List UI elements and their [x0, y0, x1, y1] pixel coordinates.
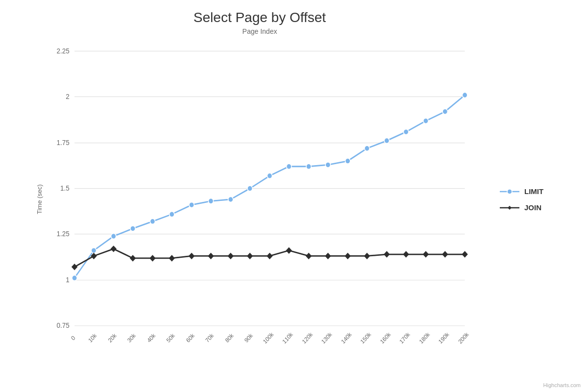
legend-join-icon: [500, 204, 519, 211]
svg-text:30k: 30k: [126, 332, 137, 344]
svg-marker-74: [423, 251, 429, 257]
svg-marker-70: [344, 253, 350, 259]
svg-text:1.25: 1.25: [57, 230, 70, 238]
svg-point-41: [189, 202, 194, 208]
chart-subtitle: Page Index: [34, 27, 583, 35]
svg-text:2: 2: [66, 92, 70, 100]
svg-text:80k: 80k: [224, 332, 235, 344]
chart-svg: .grid-line { stroke: #e0e0e0; stroke-wid…: [44, 40, 485, 359]
svg-text:130k: 130k: [320, 331, 333, 345]
legend-limit-label: LIMIT: [524, 187, 543, 196]
svg-marker-80: [508, 206, 512, 210]
chart-title: Select Page by Offset: [34, 10, 583, 25]
y-axis-label: Time (sec): [34, 40, 44, 359]
svg-marker-67: [286, 247, 292, 254]
svg-text:1: 1: [66, 276, 70, 284]
legend-limit-icon: [500, 188, 519, 195]
svg-point-40: [170, 212, 174, 217]
svg-marker-75: [442, 251, 448, 257]
svg-marker-58: [111, 245, 117, 252]
legend-item-limit: LIMIT: [500, 187, 583, 196]
svg-marker-64: [227, 253, 233, 259]
svg-point-49: [345, 158, 350, 164]
svg-point-78: [507, 189, 512, 194]
chart-legend: LIMIT JOIN: [485, 40, 583, 359]
svg-marker-56: [72, 264, 77, 270]
svg-text:120k: 120k: [301, 331, 314, 345]
svg-point-47: [306, 164, 311, 169]
svg-point-35: [72, 275, 77, 281]
svg-point-43: [228, 196, 233, 202]
svg-marker-63: [208, 253, 214, 259]
svg-point-51: [384, 138, 389, 143]
svg-point-36: [91, 248, 96, 253]
svg-marker-73: [403, 251, 409, 257]
svg-marker-62: [189, 253, 195, 259]
svg-point-46: [286, 164, 291, 169]
svg-text:100k: 100k: [262, 331, 275, 345]
svg-text:20k: 20k: [107, 332, 118, 344]
legend-join-label: JOIN: [524, 203, 541, 212]
svg-point-54: [442, 109, 447, 114]
highcharts-credit: Highcharts.com: [543, 382, 581, 388]
svg-point-42: [208, 198, 213, 204]
svg-text:190k: 190k: [437, 331, 450, 345]
svg-text:10k: 10k: [87, 332, 98, 344]
svg-marker-65: [247, 253, 253, 259]
svg-text:1.5: 1.5: [60, 184, 70, 193]
svg-marker-68: [306, 253, 312, 259]
svg-text:110k: 110k: [281, 331, 294, 345]
svg-text:90k: 90k: [243, 332, 254, 344]
svg-text:0: 0: [70, 334, 76, 342]
svg-marker-72: [384, 251, 390, 257]
svg-text:1.75: 1.75: [57, 139, 70, 147]
chart-inner: .grid-line { stroke: #e0e0e0; stroke-wid…: [44, 40, 485, 359]
svg-marker-69: [325, 253, 331, 259]
svg-point-52: [403, 129, 408, 135]
svg-point-53: [423, 118, 428, 123]
svg-marker-71: [364, 253, 370, 259]
chart-area: Time (sec) .grid-line { stroke: #e0e0e0;…: [34, 40, 583, 359]
svg-marker-59: [130, 255, 136, 261]
svg-text:140k: 140k: [340, 331, 353, 345]
svg-text:40k: 40k: [146, 332, 157, 344]
svg-text:150k: 150k: [359, 331, 372, 345]
svg-point-50: [365, 146, 369, 151]
svg-text:60k: 60k: [185, 332, 196, 344]
svg-marker-66: [267, 253, 272, 259]
svg-text:50k: 50k: [165, 332, 176, 344]
svg-point-39: [150, 219, 155, 224]
svg-point-37: [111, 233, 116, 239]
svg-point-55: [462, 92, 467, 98]
chart-container: Select Page by Offset Page Index Time (s…: [0, 0, 588, 392]
legend-item-join: JOIN: [500, 203, 583, 212]
svg-point-45: [267, 173, 272, 178]
svg-text:160k: 160k: [379, 331, 392, 345]
svg-marker-61: [169, 255, 174, 261]
svg-marker-60: [149, 255, 155, 261]
svg-marker-76: [462, 251, 467, 257]
svg-point-48: [325, 162, 330, 168]
svg-text:180k: 180k: [418, 331, 431, 345]
svg-text:170k: 170k: [398, 331, 411, 345]
svg-point-44: [247, 186, 252, 191]
svg-point-38: [130, 226, 135, 231]
svg-text:2.25: 2.25: [57, 47, 70, 55]
svg-text:70k: 70k: [204, 332, 215, 344]
svg-text:200k: 200k: [457, 331, 470, 345]
svg-text:0.75: 0.75: [57, 321, 70, 330]
